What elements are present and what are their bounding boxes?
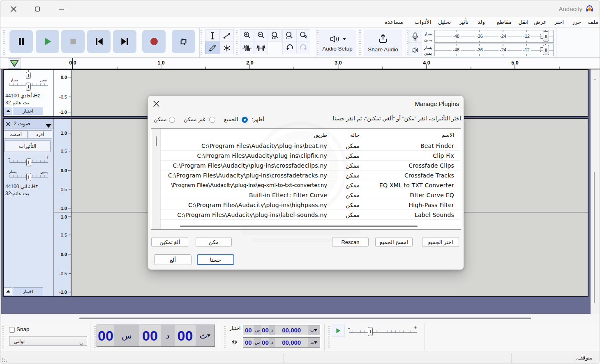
selection-end-control[interactable]: 00س00د00,000ث	[243, 337, 320, 348]
filter-enabled-radio[interactable]	[169, 117, 175, 123]
timeline-ruler[interactable]: 0.0 1.0 2.0 3.0 4.0 5.0	[0, 58, 600, 69]
track-2-volume-thumb[interactable]	[26, 158, 31, 166]
menu-generate[interactable]: ولد	[478, 17, 485, 28]
table-vertical-scrollbar[interactable]	[152, 129, 161, 229]
track-2-solo-button[interactable]: أفرد	[28, 130, 52, 139]
table-hscroll-thumb[interactable]	[180, 226, 418, 227]
vertical-scrollbar-thumb[interactable]	[594, 172, 595, 303]
horizontal-scrollbar-thumb[interactable]	[79, 318, 531, 319]
toolbar-grip[interactable]	[94, 326, 96, 348]
volume-slider-thumb[interactable]	[543, 31, 549, 41]
time-digit-group[interactable]: 00	[243, 338, 254, 347]
time-unit-label[interactable]: د	[161, 325, 175, 346]
pause-button[interactable]	[9, 30, 33, 53]
time-unit-label[interactable]: س	[114, 325, 139, 346]
playback-meter-button[interactable]	[408, 44, 422, 56]
audio-position-control[interactable]: 00س00د00ث	[97, 325, 215, 347]
table-row[interactable]: Crossfade Clips ممكن C:\Program Files\Au…	[161, 161, 460, 170]
disable-button[interactable]: ألغ تمكين	[151, 237, 188, 247]
time-digit-group[interactable]: 00	[139, 325, 161, 346]
track-2-mute-button[interactable]: أصمت	[4, 130, 28, 139]
track-2-panel[interactable]: صوت 2 أصمت أفرد التأثيرات - + يمين يسار …	[4, 119, 54, 296]
zoom-toggle-button[interactable]	[296, 29, 310, 42]
speed-slider[interactable]	[349, 330, 417, 333]
menu-edit[interactable]: حرر	[572, 17, 581, 28]
trim-audio-button[interactable]	[240, 41, 254, 54]
toolbar-grip[interactable]	[2, 326, 4, 348]
zoom-fit-button[interactable]	[282, 29, 296, 42]
audio-setup-button[interactable]: Audio Setup	[318, 30, 356, 56]
time-unit-label[interactable]: ث	[308, 338, 320, 347]
toolbar-grip[interactable]	[224, 326, 226, 348]
table-row[interactable]: Filter Curve EQ ممكن Built-in Effect: Fi…	[161, 190, 460, 200]
table-vscroll-thumb[interactable]	[156, 136, 157, 146]
filter-disabled-radio[interactable]	[209, 117, 215, 123]
vertical-scrollbar[interactable]	[591, 69, 599, 314]
zoom-selection-button[interactable]	[268, 29, 282, 42]
snap-units-combo[interactable]: ثواني	[9, 336, 87, 346]
column-header-path[interactable]: طريق	[161, 129, 331, 141]
playhead-options-button[interactable]	[8, 58, 21, 69]
table-row[interactable]: Crossfade Tracks ممكن C:\Program Files\A…	[161, 170, 460, 180]
snap-checkbox[interactable]	[9, 327, 15, 333]
window-minimize-button[interactable]	[57, 5, 65, 13]
playback-meter[interactable]: -48-36-24-12	[434, 44, 554, 56]
window-resize-grip[interactable]	[2, 357, 8, 363]
time-digit-group[interactable]: 00	[261, 325, 270, 335]
ok-button[interactable]: حسنا	[197, 254, 234, 265]
recording-meter[interactable]: -48-36-24-12	[434, 30, 554, 43]
table-row[interactable]: Beat Finder ممكن C:\Program Files\Audaci…	[161, 141, 460, 151]
clear-all-button[interactable]: امسح الجميع	[375, 237, 413, 247]
menu-view[interactable]: عرض	[533, 17, 547, 28]
time-digit-group[interactable]: 00	[175, 325, 196, 346]
track-1-select-button[interactable]: اختبار	[13, 107, 43, 115]
table-horizontal-scrollbar[interactable]	[161, 224, 460, 229]
track-1-pan-thumb[interactable]	[26, 83, 31, 91]
draw-tool-button[interactable]	[205, 41, 219, 54]
time-unit-label[interactable]: د	[269, 338, 275, 347]
menu-transport[interactable]: انقل	[518, 17, 528, 28]
zoom-in-button[interactable]	[240, 29, 254, 42]
cancel-button[interactable]: ألغ	[154, 254, 192, 265]
window-close-button[interactable]	[9, 5, 18, 13]
envelope-tool-button[interactable]	[219, 29, 234, 42]
table-row[interactable]: High-Pass Filter ممكن C:\Program Files\A…	[161, 200, 460, 210]
track-2-effects-button[interactable]: التأثيرات	[5, 141, 51, 152]
multi-tool-button[interactable]	[219, 41, 234, 54]
time-unit-label[interactable]: ث	[196, 325, 215, 346]
speed-slider-thumb[interactable]	[368, 327, 373, 336]
skip-end-button[interactable]	[113, 30, 136, 53]
time-unit-label[interactable]: س	[254, 338, 261, 347]
time-unit-label[interactable]: د	[269, 325, 275, 335]
zoom-out-button[interactable]	[254, 29, 268, 42]
toolbar-grip[interactable]	[3, 30, 5, 55]
time-digit-group[interactable]: 00	[243, 325, 254, 335]
undo-button[interactable]	[282, 41, 296, 54]
toolbar-grip[interactable]	[236, 30, 238, 55]
silence-audio-button[interactable]	[254, 41, 268, 54]
track-2-pan-thumb[interactable]	[26, 173, 31, 181]
time-unit-label[interactable]: س	[254, 325, 261, 335]
play-at-speed-button[interactable]	[332, 325, 345, 337]
track-2-menu-button[interactable]	[46, 122, 51, 129]
recording-meter-button[interactable]	[408, 30, 422, 43]
filter-all-radio[interactable]	[242, 117, 248, 123]
redo-button[interactable]	[296, 41, 310, 54]
time-digit-group[interactable]: 00	[261, 338, 270, 347]
horizontal-scrollbar[interactable]	[0, 314, 600, 323]
track-2-name[interactable]: صوت 2	[14, 120, 30, 127]
track-1-panel[interactable]: يمين يسار 44100 أحادي،Hz 32-بت عائم اختب…	[4, 70, 54, 116]
stop-button[interactable]	[61, 30, 85, 53]
share-audio-button[interactable]: Share Audio	[364, 30, 402, 56]
track-2-collapse-button[interactable]	[4, 287, 12, 295]
column-header-name[interactable]: الاسم	[363, 129, 457, 141]
time-digit-group[interactable]: 00,000	[275, 325, 308, 335]
menu-help[interactable]: مساعدة	[384, 17, 403, 28]
time-unit-label[interactable]: ث	[308, 325, 320, 335]
table-row[interactable]: Label Sounds ممكن C:\Program Files\Audac…	[161, 210, 460, 220]
time-digit-group[interactable]: 00,000	[275, 338, 308, 347]
menu-file[interactable]: ملف	[588, 17, 598, 28]
menu-select[interactable]: اختر	[554, 17, 564, 28]
toolbar-grip[interactable]	[201, 30, 202, 55]
selection-start-control[interactable]: 00س00د00,000ث	[243, 325, 320, 335]
